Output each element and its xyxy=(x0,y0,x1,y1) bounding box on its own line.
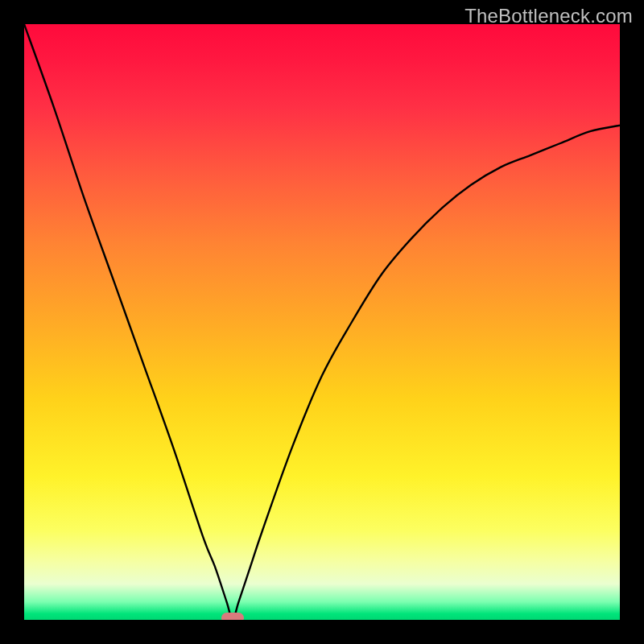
bottleneck-curve xyxy=(24,24,620,620)
minimum-marker xyxy=(221,613,244,620)
plot-area xyxy=(24,24,620,620)
curve-path xyxy=(24,24,620,620)
outer-frame: TheBottleneck.com xyxy=(0,0,644,644)
